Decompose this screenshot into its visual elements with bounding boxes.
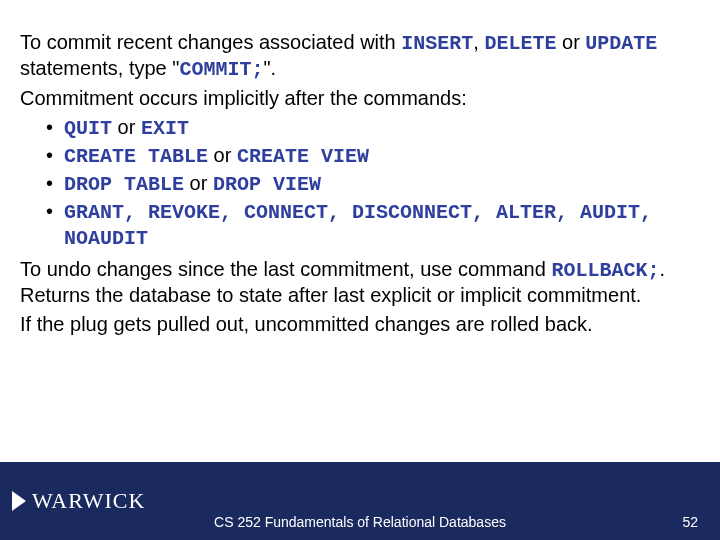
- page-number: 52: [682, 514, 698, 530]
- text: ,: [473, 31, 484, 53]
- keyword-drop-table: DROP TABLE: [64, 173, 184, 196]
- slide-body: To commit recent changes associated with…: [0, 0, 720, 337]
- text: ".: [263, 57, 276, 79]
- keyword-grant-etc: GRANT, REVOKE, CONNECT, DISCONNECT, ALTE…: [64, 201, 652, 250]
- para-2: Commitment occurs implicitly after the c…: [20, 86, 700, 111]
- para-3: To undo changes since the last commitmen…: [20, 257, 700, 308]
- keyword-drop-view: DROP VIEW: [213, 173, 321, 196]
- list-item: GRANT, REVOKE, CONNECT, DISCONNECT, ALTE…: [46, 199, 700, 251]
- text: To undo changes since the last commitmen…: [20, 258, 551, 280]
- logo-triangle-icon: [12, 491, 26, 511]
- course-title: CS 252 Fundamentals of Relational Databa…: [214, 514, 506, 530]
- keyword-create-table: CREATE TABLE: [64, 145, 208, 168]
- text: statements, type ": [20, 57, 179, 79]
- keyword-update: UPDATE: [585, 32, 657, 55]
- list-item: CREATE TABLE or CREATE VIEW: [46, 143, 700, 169]
- keyword-exit: EXIT: [141, 117, 189, 140]
- para-1: To commit recent changes associated with…: [20, 30, 700, 82]
- list-item: DROP TABLE or DROP VIEW: [46, 171, 700, 197]
- keyword-create-view: CREATE VIEW: [237, 145, 369, 168]
- bullet-list: QUIT or EXIT CREATE TABLE or CREATE VIEW…: [20, 115, 700, 251]
- text: or: [112, 116, 141, 138]
- footer-bar: WARWICK CS 252 Fundamentals of Relationa…: [0, 462, 720, 540]
- keyword-quit: QUIT: [64, 117, 112, 140]
- text: or: [208, 144, 237, 166]
- keyword-rollback: ROLLBACK;: [551, 259, 659, 282]
- list-item: QUIT or EXIT: [46, 115, 700, 141]
- logo-text: WARWICK: [32, 488, 145, 514]
- text: To commit recent changes associated with: [20, 31, 401, 53]
- logo: WARWICK: [12, 488, 145, 514]
- text: or: [556, 31, 585, 53]
- keyword-commit: COMMIT;: [179, 58, 263, 81]
- keyword-delete: DELETE: [484, 32, 556, 55]
- text: or: [184, 172, 213, 194]
- para-4: If the plug gets pulled out, uncommitted…: [20, 312, 700, 337]
- keyword-insert: INSERT: [401, 32, 473, 55]
